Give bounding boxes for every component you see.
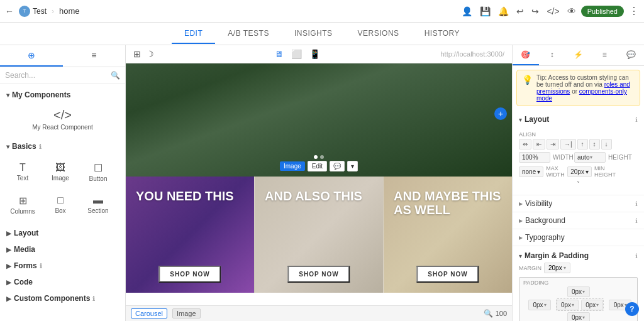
- align-middle[interactable]: ↕: [589, 139, 600, 150]
- preview-button[interactable]: 👁: [567, 6, 576, 16]
- sidebar-section-media[interactable]: ▶ Media: [0, 241, 125, 258]
- hero-comment-button[interactable]: 💬: [330, 161, 345, 171]
- notification-icon[interactable]: 🔔: [498, 6, 509, 16]
- carousel-tag[interactable]: Carousel: [131, 308, 167, 318]
- padding-right[interactable]: 0px ▾: [581, 300, 603, 310]
- percent-value[interactable]: 100%: [519, 152, 550, 163]
- width-label: WIDTH: [553, 154, 572, 161]
- right-tab-actions[interactable]: ⚡: [565, 45, 592, 65]
- sidebar-tab-components[interactable]: ⊕: [0, 45, 63, 67]
- sidebar-item-box[interactable]: □ Box: [43, 190, 78, 220]
- canvas-url: http://localhost:3000/: [440, 50, 504, 58]
- page-title: home: [59, 6, 80, 16]
- dot-2[interactable]: [320, 155, 324, 159]
- product-text-2: AND ALSO THIS: [265, 189, 362, 203]
- right-tab-comments[interactable]: 💬: [618, 45, 644, 65]
- basics-header[interactable]: ▾ Basics ℹ: [0, 138, 125, 155]
- nav-tabs: EDIT A/B TESTS INSIGHTS VERSIONS HISTORY: [0, 23, 644, 45]
- image-tag-bottom[interactable]: Image: [172, 308, 201, 318]
- align-left[interactable]: ⇔: [519, 139, 531, 150]
- hero-image: Image Edit 💬 ▾ +: [126, 63, 512, 177]
- more-menu-button[interactable]: ⋮: [629, 5, 639, 17]
- user-icon[interactable]: 👤: [462, 6, 472, 16]
- product-shop-now-2[interactable]: SHOP NOW: [287, 266, 350, 283]
- sidebar-item-section[interactable]: ▬ Section: [80, 190, 116, 220]
- layout-section-header[interactable]: ▾ Layout ℹ: [513, 110, 644, 129]
- save-icon[interactable]: 💾: [480, 6, 491, 16]
- product-shop-now-1[interactable]: SHOP NOW: [158, 266, 221, 283]
- product-card-1: YOU NEED THIS SHOP NOW: [126, 177, 254, 293]
- desktop-device-button[interactable]: 🖥: [275, 49, 284, 59]
- app-name: Test: [33, 7, 47, 16]
- help-button[interactable]: ?: [625, 302, 639, 316]
- tab-ab-tests[interactable]: A/B TESTS: [215, 24, 282, 44]
- padding-bottom[interactable]: 0px ▾: [567, 312, 590, 321]
- sidebar-section-layout[interactable]: ▶ Layout: [0, 225, 125, 241]
- padding-left[interactable]: 0px ▾: [557, 300, 579, 310]
- padding-top[interactable]: 0px ▾: [567, 286, 590, 297]
- dot-1[interactable]: [314, 155, 318, 159]
- tab-history[interactable]: HISTORY: [412, 24, 472, 44]
- button-label: Button: [89, 175, 108, 182]
- align-end[interactable]: →|: [560, 139, 576, 150]
- code-button[interactable]: </>: [547, 6, 559, 16]
- align-bottom[interactable]: ↓: [601, 139, 612, 150]
- hero-edit-button[interactable]: Edit: [308, 161, 327, 171]
- mobile-device-button[interactable]: 📱: [309, 49, 320, 59]
- my-react-component-item[interactable]: </> My React Component: [0, 103, 125, 136]
- hero-add-button[interactable]: +: [494, 107, 507, 120]
- published-button[interactable]: Published: [581, 6, 624, 17]
- sidebar-item-text[interactable]: T Text: [5, 157, 40, 187]
- padding-left-margin[interactable]: 0px ▾: [528, 300, 551, 310]
- undo-button[interactable]: ↩: [516, 6, 524, 16]
- sidebar-section-forms[interactable]: ▶ Forms ℹ: [0, 258, 125, 274]
- min-height-dropdown[interactable]: 20px ▾: [567, 166, 592, 177]
- max-width-dropdown[interactable]: none ▾: [519, 166, 543, 177]
- padding-top-row: 0px ▾: [528, 286, 628, 297]
- section-label: Section: [87, 207, 108, 214]
- panel-row-visibility[interactable]: ▶ Visibility ℹ: [513, 195, 644, 212]
- zoom-control: 🔍 100: [484, 309, 507, 318]
- tablet-device-button[interactable]: ⬜: [291, 49, 302, 59]
- layout-label: Layout: [14, 229, 38, 237]
- sidebar-tab-layers[interactable]: ≡: [63, 45, 126, 67]
- tab-edit[interactable]: EDIT: [172, 24, 215, 44]
- carousel-dots: [314, 155, 324, 159]
- align-right[interactable]: ⇥: [547, 139, 559, 150]
- zoom-level: 100: [496, 310, 507, 317]
- sidebar-section-custom-components[interactable]: ▶ Custom Components ℹ: [0, 290, 125, 307]
- panel-row-background[interactable]: ▶ Background ℹ: [513, 212, 644, 229]
- layout-expand-arrow[interactable]: ˅: [519, 180, 638, 190]
- dark-mode-icon[interactable]: ☽: [146, 49, 154, 59]
- right-tab-settings[interactable]: ≡: [591, 45, 618, 65]
- right-tab-style[interactable]: 🎯: [513, 45, 539, 65]
- arrow-icon: ▶: [6, 295, 11, 302]
- product-grid: YOU NEED THIS SHOP NOW AND ALSO THIS SHO…: [126, 177, 512, 293]
- layout-toggle-icon[interactable]: ⊞: [133, 49, 141, 59]
- align-center-h[interactable]: ⇤: [533, 139, 545, 150]
- media-label: Media: [14, 245, 35, 254]
- box-label: Box: [55, 207, 65, 214]
- margin-header: ▾ Margin & Padding ℹ: [513, 246, 644, 263]
- panel-row-typography[interactable]: ▶ Typography: [513, 229, 644, 246]
- align-top[interactable]: ↑: [577, 139, 588, 150]
- margin-value-dropdown[interactable]: 20px ▾: [544, 263, 570, 273]
- tab-insights[interactable]: INSIGHTS: [282, 24, 345, 44]
- topbar-icons: 👤 💾 🔔 ↩ ↪ </> 👁: [462, 6, 575, 16]
- width-value[interactable]: auto ▾: [574, 152, 606, 163]
- my-components-header[interactable]: ▾ My Components: [0, 87, 125, 103]
- padding-box: PADDING 0px ▾ 0px ▾: [519, 277, 638, 321]
- back-button[interactable]: ←: [5, 6, 14, 16]
- product-shop-now-3[interactable]: SHOP NOW: [416, 266, 479, 283]
- info-icon: ℹ: [92, 295, 95, 302]
- search-input[interactable]: [5, 71, 108, 80]
- sidebar-item-button[interactable]: ☐ Button: [80, 157, 116, 187]
- redo-button[interactable]: ↪: [531, 6, 539, 16]
- hero-dropdown-button[interactable]: ▾: [347, 161, 358, 171]
- sidebar-item-columns[interactable]: ⊞ Columns: [5, 190, 40, 220]
- tab-versions[interactable]: VERSIONS: [345, 24, 412, 44]
- sidebar-section-code[interactable]: ▶ Code: [0, 274, 125, 290]
- margin-arrow[interactable]: ▾: [519, 253, 522, 259]
- sidebar-item-image[interactable]: 🖼 Image: [43, 157, 78, 187]
- right-tab-layout[interactable]: ↕: [539, 45, 565, 65]
